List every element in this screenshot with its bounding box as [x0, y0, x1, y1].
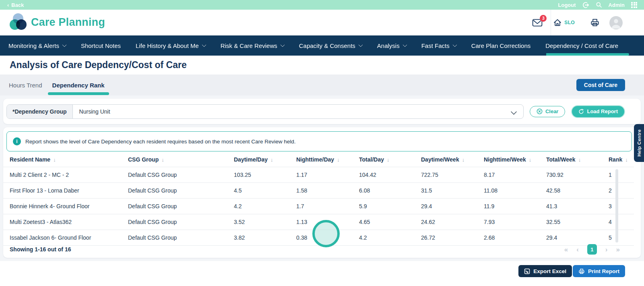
nav-item-shortcut-notes[interactable]: Shortcut Notes — [81, 35, 121, 56]
column-header-label: Total/Day — [359, 156, 384, 163]
table-row[interactable]: Bonnie Hinnerk 4- Ground FloorDefault CS… — [3, 199, 634, 214]
table-cell: 4 — [608, 214, 634, 230]
sort-arrow-icon[interactable]: ↓ — [529, 157, 532, 163]
table-cell: 32.55 — [546, 214, 608, 230]
table-cell: First Floor 13 - Lorna Daber — [3, 183, 128, 199]
site-label: SLO — [564, 20, 575, 25]
column-header-daytime-week[interactable]: Daytime/Week↓ — [421, 152, 483, 167]
load-report-label: Load Report — [587, 108, 618, 114]
chevron-down-icon — [62, 42, 66, 47]
filter-bar: *Dependency Group Nursing Unit Clear Loa… — [3, 99, 641, 124]
nav-item-risk-care-reviews[interactable]: Risk & Care Reviews — [221, 35, 284, 56]
column-header-resident-name[interactable]: Resident Name↓ — [3, 152, 128, 167]
avatar[interactable] — [609, 16, 623, 29]
table-cell: 41.3 — [546, 199, 608, 214]
nav-item-label: Analysis — [377, 42, 400, 49]
table-cell: Multi 2 Client 2 - MC - 2 — [3, 167, 128, 183]
back-button[interactable]: ‹ Back — [7, 2, 24, 8]
column-header-csg-group[interactable]: CSG Group↓ — [128, 152, 233, 167]
sort-arrow-icon[interactable]: ↓ — [578, 157, 581, 163]
sort-arrow-icon[interactable]: ↓ — [270, 157, 273, 163]
column-header-daytime-day[interactable]: Daytime/Day↓ — [233, 152, 296, 167]
title-row: Analysis of Care Depdency/Cost of Care — [0, 56, 644, 75]
tab-hours-trend[interactable]: Hours Trend — [9, 75, 42, 95]
tab-label: Dependency Rank — [52, 82, 105, 89]
results-summary: Showing 1-16 out of 16 — [10, 246, 71, 253]
nav-item-analysis[interactable]: Analysis — [377, 35, 407, 56]
column-header-label: Nighttime/Day — [296, 156, 334, 163]
sort-arrow-icon[interactable]: ↓ — [161, 157, 164, 163]
print-report-label: Print Report — [588, 268, 619, 274]
clear-label: Clear — [545, 108, 559, 114]
print-report-button[interactable]: Print Report — [573, 265, 625, 277]
nav-item-monitoring-alerts[interactable]: Monitoring & Alerts — [8, 35, 66, 56]
table-cell: 7.93 — [483, 214, 546, 230]
column-header-total-week[interactable]: Total/Week↓ — [546, 152, 608, 167]
nav-item-fast-facts[interactable]: Fast Facts — [421, 35, 456, 56]
vertical-scrollbar[interactable] — [615, 169, 618, 242]
last-page-icon[interactable]: » — [616, 246, 620, 253]
column-header-nighttime-day[interactable]: Nighttime/Day↓ — [296, 152, 359, 167]
table-cell: 1.17 — [296, 167, 359, 183]
table-row[interactable]: Multi 2 Client 2 - MC - 2Default CSG Gro… — [3, 167, 634, 183]
logout-icon[interactable] — [582, 2, 589, 8]
nav-item-capacity-consents[interactable]: Capacity & Consents — [299, 35, 362, 56]
logo-mark-icon — [10, 13, 27, 31]
mail-icon[interactable]: 3 — [532, 19, 543, 27]
help-centre-tab[interactable]: Help Centre — [634, 124, 644, 162]
load-report-button[interactable]: Load Report — [571, 105, 625, 118]
apps-grid-icon[interactable] — [631, 2, 637, 8]
tab-dependency-rank[interactable]: Dependency Rank — [52, 75, 105, 95]
chevron-down-icon — [280, 42, 285, 47]
sort-arrow-icon[interactable]: ↓ — [625, 157, 628, 163]
nav-item-care-plan-corrections[interactable]: Care Plan Corrections — [471, 35, 531, 56]
prev-page-icon[interactable]: ‹ — [576, 246, 579, 253]
current-page-button[interactable]: 1 — [587, 244, 597, 255]
table-cell: Bonnie Hinnerk 4- Ground Floor — [3, 199, 128, 214]
tab-label: Hours Trend — [9, 82, 42, 89]
clear-button[interactable]: Clear — [530, 106, 566, 117]
export-excel-label: Export Excel — [533, 268, 566, 274]
clear-circle-x-icon — [537, 108, 543, 114]
sort-arrow-icon[interactable]: ↓ — [53, 157, 56, 163]
nav-item-dependency-cost-of-care[interactable]: Dependency / Cost of Care — [545, 35, 618, 56]
nav-item-life-history-about-me[interactable]: Life History & About Me — [136, 35, 206, 56]
export-icon — [524, 268, 530, 274]
sort-arrow-icon[interactable]: ↓ — [337, 157, 340, 163]
admin-menu[interactable]: Admin — [609, 2, 625, 8]
table-header-row: Resident Name↓CSG Group↓Daytime/Day↓Nigh… — [3, 152, 634, 167]
table-cell: 6.08 — [359, 183, 421, 199]
first-page-icon[interactable]: « — [564, 246, 568, 253]
column-header-label: CSG Group — [128, 156, 159, 163]
table-cell: 1.7 — [296, 199, 359, 214]
next-page-icon[interactable]: › — [605, 246, 608, 253]
table-row[interactable]: First Floor 13 - Lorna DaberDefault CSG … — [3, 183, 634, 199]
main-nav: Monitoring & AlertsShortcut NotesLife Hi… — [0, 35, 644, 56]
column-header-nighttime-week[interactable]: Nighttime/Week↓ — [483, 152, 546, 167]
printer-icon — [578, 268, 585, 274]
print-icon[interactable] — [590, 18, 600, 27]
sort-arrow-icon[interactable]: ↓ — [387, 157, 390, 163]
nav-item-label: Care Plan Corrections — [471, 42, 531, 49]
help-centre-label: Help Centre — [637, 129, 642, 157]
table-cell: 104.42 — [359, 167, 421, 183]
cost-of-care-button[interactable]: Cost of Care — [576, 79, 625, 91]
nav-item-label: Capacity & Consents — [299, 42, 355, 49]
export-excel-button[interactable]: Export Excel — [518, 265, 572, 277]
dependency-group-select[interactable]: *Dependency Group Nursing Unit — [6, 104, 524, 119]
back-chevron-icon: ‹ — [7, 2, 9, 8]
search-icon[interactable] — [596, 2, 602, 8]
column-header-label: Nighttime/Week — [484, 156, 526, 163]
home-button[interactable]: SLO — [553, 19, 575, 27]
nav-item-label: Dependency / Cost of Care — [545, 42, 618, 49]
nav-item-label: Shortcut Notes — [81, 42, 121, 49]
table-cell: 730.92 — [546, 167, 608, 183]
table-cell: 2 — [608, 183, 634, 199]
column-header-label: Daytime/Week — [421, 156, 459, 163]
table-cell: Default CSG Group — [128, 183, 233, 199]
sort-arrow-icon[interactable]: ↓ — [462, 157, 465, 163]
logout-button[interactable]: Logout — [558, 2, 576, 8]
table-cell: 24.62 — [421, 214, 483, 230]
column-header-total-day[interactable]: Total/Day↓ — [359, 152, 421, 167]
column-header-rank[interactable]: Rank↓ — [608, 152, 634, 167]
